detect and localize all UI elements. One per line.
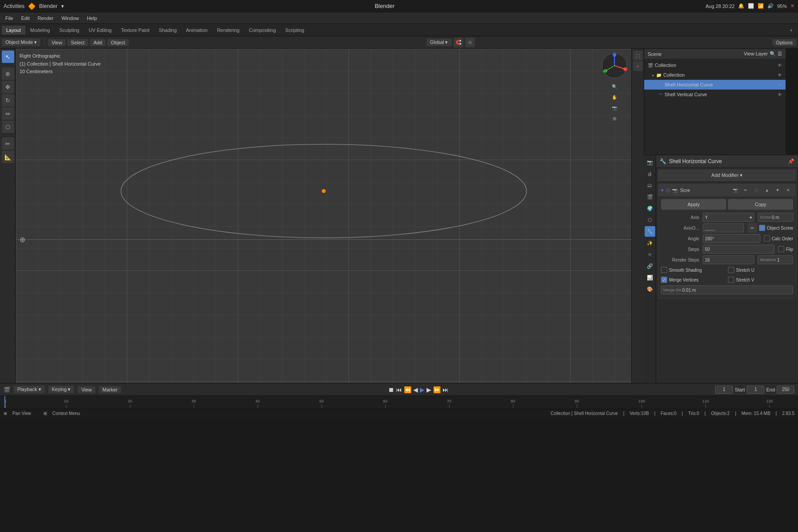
bell-icon[interactable]: 🔔 xyxy=(738,3,744,9)
props-material-icon[interactable]: 🎨 xyxy=(645,284,655,294)
shading-btn[interactable]: ○ xyxy=(633,61,643,71)
tab-uv-editing[interactable]: UV Editing xyxy=(84,26,116,35)
menu-edit[interactable]: Edit xyxy=(18,15,33,22)
tab-animation[interactable]: Animation xyxy=(182,26,212,35)
mod-down-icon[interactable]: ▼ xyxy=(773,185,782,195)
menu-window[interactable]: Window xyxy=(58,15,82,22)
tab-modeling[interactable]: Modeling xyxy=(26,26,55,35)
props-output-icon[interactable]: 🖨 xyxy=(645,168,655,179)
object-menu[interactable]: Object xyxy=(107,39,129,46)
screen-icon[interactable]: ⬜ xyxy=(748,3,754,9)
copy-button[interactable]: Copy xyxy=(728,199,793,210)
menu-file[interactable]: File xyxy=(2,15,17,22)
camera-btn[interactable]: 📷 xyxy=(610,103,619,113)
current-frame-input[interactable] xyxy=(715,386,733,394)
view-menu[interactable]: View xyxy=(48,39,66,46)
jump-start-icon[interactable]: ⏮ xyxy=(396,386,402,393)
annotate-tool[interactable]: ✏ xyxy=(2,137,14,150)
cursor-tool[interactable]: ⊕ xyxy=(2,67,14,80)
jump-end-icon[interactable]: ⏭ xyxy=(442,386,449,393)
marker-menu[interactable]: Marker xyxy=(99,386,121,393)
end-frame-input[interactable] xyxy=(777,386,794,394)
mod-close-icon[interactable]: ✕ xyxy=(783,185,793,195)
props-world-icon[interactable]: 🌍 xyxy=(645,203,655,214)
stop-icon[interactable]: ⏹ xyxy=(388,386,394,393)
select-menu[interactable]: Select xyxy=(67,39,88,46)
start-frame-input[interactable] xyxy=(747,386,764,394)
flip-checkbox[interactable] xyxy=(778,246,784,252)
viewport[interactable]: Right Orthographic (1) Collection | Shel… xyxy=(16,49,631,383)
menu-help[interactable]: Help xyxy=(83,15,101,22)
calc-order-checkbox[interactable] xyxy=(764,235,770,242)
keying-menu[interactable]: Keying ▾ xyxy=(48,386,74,393)
angle-field[interactable]: 180° xyxy=(703,234,760,243)
tab-sculpting[interactable]: Sculpting xyxy=(55,26,84,35)
move-tool[interactable]: ✥ xyxy=(2,81,14,93)
outliner-shell-v[interactable]: 〜 Shell Vertical Curve 👁 xyxy=(644,90,786,99)
tab-texture-paint[interactable]: Texture Paint xyxy=(117,26,154,35)
props-physics-icon[interactable]: ⚛ xyxy=(645,249,655,260)
mode-selector[interactable]: Object Mode ▾ xyxy=(2,39,40,46)
axis-ob-picker[interactable]: ✏ xyxy=(747,223,757,233)
render-steps-field[interactable]: 16 xyxy=(703,255,754,264)
pan-btn[interactable]: ✋ xyxy=(610,92,619,102)
dropdown-icon[interactable]: ▾ xyxy=(61,3,64,9)
object-screw-checkbox[interactable] xyxy=(759,225,765,231)
add-workspace-button[interactable]: + xyxy=(786,27,796,33)
props-view-layer-icon[interactable]: 🗂 xyxy=(645,180,655,191)
props-constraints-icon[interactable]: 🔗 xyxy=(645,261,655,271)
merge-dis-field[interactable]: Merge Dis 0.01 m xyxy=(661,286,793,294)
props-scene-icon[interactable]: 🎬 xyxy=(645,192,655,202)
proportional-edit[interactable]: ⊙ xyxy=(465,38,475,47)
measure-tool[interactable]: 📐 xyxy=(2,151,14,163)
grid-btn[interactable]: ⊞ xyxy=(610,113,619,123)
menu-render[interactable]: Render xyxy=(34,15,57,22)
next-frame-icon[interactable]: ⏩ xyxy=(433,386,441,393)
outliner-filter[interactable]: 🔍 xyxy=(770,51,776,57)
add-modifier-button[interactable]: Add Modifier ▾ xyxy=(658,169,796,182)
axis-ob-field[interactable]: ____ xyxy=(703,223,744,232)
options-btn[interactable]: Options xyxy=(772,39,796,46)
merge-vertices-checkbox[interactable]: ✓ xyxy=(661,277,667,283)
transform-tool[interactable]: ⬡ xyxy=(2,121,14,133)
tab-shading[interactable]: Shading xyxy=(154,26,181,35)
snap-toggle[interactable]: 🧲 xyxy=(454,38,463,47)
screw-value-field[interactable]: Screw 0 m xyxy=(758,213,793,222)
playback-menu[interactable]: Playback ▾ xyxy=(14,386,45,393)
global-selector[interactable]: Global ▾ xyxy=(426,39,452,46)
props-particles-icon[interactable]: ✨ xyxy=(645,238,655,248)
shell-v-eye-icon[interactable]: 👁 xyxy=(778,92,782,97)
shell-h-eye-icon[interactable]: 👁 xyxy=(778,82,782,87)
prev-keyframe-icon[interactable]: ◀ xyxy=(413,386,418,393)
mod-up-icon[interactable]: ▲ xyxy=(762,185,772,195)
scene-eye-icon[interactable]: 👁 xyxy=(778,63,782,68)
iterations-field[interactable]: Iterations 1 xyxy=(758,255,793,264)
outliner-collection[interactable]: ▸ 📁 Collection 👁 xyxy=(644,70,786,80)
apply-button[interactable]: Apply xyxy=(661,199,726,210)
axis-selector[interactable]: Y ▾ xyxy=(703,213,754,222)
outliner-shell-h[interactable]: 〜 Shell Horizontal Curve 👁 xyxy=(644,80,786,90)
tab-compositing[interactable]: Compositing xyxy=(244,26,280,35)
props-data-icon[interactable]: 📊 xyxy=(645,272,655,283)
props-render-icon[interactable]: 📷 xyxy=(645,157,655,168)
outliner-options[interactable]: ☰ xyxy=(778,51,782,57)
close-button[interactable]: ✕ xyxy=(790,3,794,9)
stretch-v-checkbox[interactable] xyxy=(728,277,734,283)
tab-rendering[interactable]: Rendering xyxy=(212,26,244,35)
stretch-u-checkbox[interactable] xyxy=(728,267,734,273)
add-menu[interactable]: Add xyxy=(90,39,106,46)
select-tool[interactable]: ↖ xyxy=(2,51,14,63)
scale-tool[interactable]: ⇔ xyxy=(2,107,14,120)
tab-scripting[interactable]: Scripting xyxy=(281,26,309,35)
smooth-shading-checkbox[interactable] xyxy=(661,267,667,273)
outliner-scene-collection[interactable]: 🎬 Collection 👁 xyxy=(644,60,786,70)
steps-field[interactable]: 50 xyxy=(703,245,775,254)
volume-icon[interactable]: 🔊 xyxy=(767,3,774,9)
modifier-expand-btn[interactable]: ▾ xyxy=(661,188,664,193)
collection-eye-icon[interactable]: 👁 xyxy=(778,73,782,78)
tab-layout[interactable]: Layout xyxy=(2,26,25,35)
zoom-in-btn[interactable]: 🔍 xyxy=(610,82,619,91)
overlay-btn[interactable]: ⬚ xyxy=(633,51,643,60)
next-keyframe-icon[interactable]: ▶ xyxy=(426,386,431,393)
prev-frame-icon[interactable]: ⏪ xyxy=(404,386,411,393)
